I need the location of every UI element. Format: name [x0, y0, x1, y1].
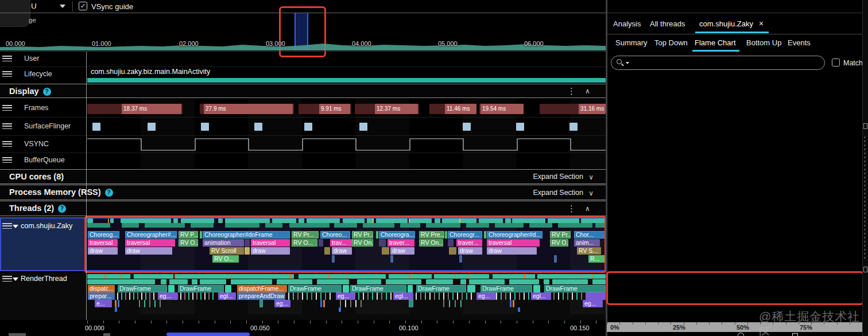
animation-chip[interactable]: animation [203, 239, 244, 247]
event-chip[interactable] [516, 123, 524, 131]
event-chip[interactable] [357, 279, 381, 284]
draw-chip[interactable]: draw [251, 247, 290, 255]
draw-chip[interactable]: draw [88, 247, 118, 255]
eg-chip[interactable]: eg... [476, 292, 496, 300]
cpu-dropdown-caret-icon[interactable] [60, 5, 65, 8]
drawframe-chip[interactable]: DrawFrame [350, 285, 406, 292]
event-chip[interactable] [299, 218, 304, 223]
event-chip[interactable] [145, 223, 185, 228]
event-chip[interactable] [161, 279, 166, 284]
lifecycle-row-grip-icon[interactable] [2, 71, 12, 77]
event-chip[interactable] [548, 218, 579, 223]
choreographer-chip[interactable]: Choreographer#... [125, 231, 177, 239]
traversal-chip[interactable]: traversal [251, 239, 290, 247]
event-chip[interactable] [467, 285, 475, 292]
event-chip[interactable] [339, 307, 341, 312]
tab-analysis[interactable]: Analysis [613, 19, 641, 28]
event-chip[interactable] [376, 218, 408, 223]
draw-chip[interactable]: draw [487, 247, 537, 255]
event-chip[interactable] [265, 223, 282, 228]
render-thread-grip-icon[interactable] [2, 276, 12, 282]
event-chip[interactable] [289, 223, 330, 228]
rv-o-chip[interactable]: RV O... [179, 239, 198, 247]
event-chip[interactable] [191, 223, 214, 228]
event-chip[interactable] [359, 123, 367, 131]
main-thread-grip-icon[interactable] [2, 223, 12, 229]
event-chip[interactable] [426, 223, 460, 228]
help-icon[interactable]: ? [58, 205, 66, 213]
main-thread-expand-caret-icon[interactable] [13, 225, 18, 228]
event-chip[interactable] [426, 279, 453, 284]
traversal-chip[interactable]: traversal [88, 239, 118, 247]
event-chip[interactable] [130, 274, 134, 279]
event-chip[interactable] [586, 292, 606, 300]
egl-chip[interactable]: egl... [218, 292, 236, 300]
event-chip[interactable] [529, 223, 552, 228]
event-chip[interactable] [225, 285, 231, 292]
render-thread-expand-caret-icon[interactable] [13, 278, 18, 281]
draw-chip[interactable]: draw [332, 247, 352, 255]
drawframe-chip[interactable]: DrawFrame [288, 285, 342, 292]
chor-chip[interactable]: Chor... [574, 231, 606, 239]
frames-row-label[interactable]: Frames [24, 104, 48, 112]
event-chip[interactable] [307, 218, 340, 223]
surfaceflinger-row-label[interactable]: SurfaceFlinger [24, 122, 71, 130]
drawframe-chip[interactable]: DrawFrame [480, 285, 532, 292]
tab-close-icon[interactable]: × [759, 19, 764, 28]
event-chip[interactable] [319, 239, 323, 247]
eg-chip[interactable]: eg... [158, 292, 178, 300]
dispatchframe-chip[interactable]: dispatchFrame... [237, 285, 287, 292]
event-chip[interactable] [592, 279, 606, 284]
event-chip[interactable] [409, 218, 410, 223]
main-thread-name[interactable]: com.shujiu.Zaky [21, 222, 72, 230]
event-chip[interactable] [513, 300, 514, 307]
event-chip[interactable] [460, 279, 466, 284]
choreogr-chip[interactable]: Choreogr... [448, 231, 482, 239]
event-chip[interactable] [400, 223, 420, 228]
search-input[interactable] [611, 56, 825, 70]
tab-bottom-up[interactable]: Bottom Up [746, 38, 781, 47]
event-chip[interactable] [87, 223, 110, 228]
event-chip[interactable] [479, 218, 503, 223]
event-chip[interactable] [115, 300, 117, 307]
event-chip[interactable] [408, 285, 413, 292]
event-chip[interactable] [505, 218, 511, 223]
event-chip[interactable] [323, 300, 325, 307]
user-row-label[interactable]: User [24, 54, 39, 62]
rv-pr-chip[interactable]: RV Pr... [550, 231, 571, 239]
18-37-ms-chip[interactable]: 18.37 ms [122, 104, 181, 114]
event-chip[interactable] [168, 285, 175, 292]
event-chip[interactable] [169, 279, 188, 284]
render-thread-name[interactable]: RenderThread [21, 275, 67, 283]
event-chip[interactable] [231, 274, 232, 279]
event-chip[interactable] [552, 279, 588, 284]
event-chip[interactable] [484, 231, 486, 239]
event-chip[interactable] [409, 274, 410, 279]
event-chip[interactable] [277, 279, 312, 284]
tab-summary[interactable]: Summary [615, 38, 648, 47]
draw-chip[interactable]: draw [125, 247, 172, 255]
19-54-ms-chip[interactable]: 19.54 ms [480, 104, 524, 114]
e-chip[interactable]: e... [95, 300, 112, 307]
event-chip[interactable] [294, 274, 299, 279]
trav-chip[interactable]: trav... [330, 239, 352, 247]
event-chip[interactable] [200, 279, 226, 284]
event-chip[interactable] [581, 218, 606, 223]
drawframe-chip[interactable]: DrawFrame [544, 285, 606, 292]
event-chip[interactable] [554, 255, 557, 263]
search-options-caret-icon[interactable] [626, 62, 629, 64]
lifecycle-event-bar[interactable] [87, 78, 606, 83]
dispatc-chip[interactable]: dispatc... [88, 285, 115, 292]
event-chip[interactable] [317, 279, 349, 284]
drawframe-chip[interactable]: DrawFrame [118, 285, 167, 292]
choreogra-chip[interactable]: Choreogra... [379, 231, 415, 239]
bufferqueue-row-label[interactable]: BufferQueue [24, 156, 65, 164]
rv-pr-chip[interactable]: RV Pr... [352, 231, 373, 239]
event-chip[interactable] [459, 255, 462, 263]
event-chip[interactable] [518, 307, 520, 312]
display-section-header[interactable]: Display? ⋮ ∧ [0, 84, 606, 98]
rv-o-chip[interactable]: RV O... [292, 239, 317, 247]
event-chip[interactable] [449, 247, 456, 255]
tab-flame-chart[interactable]: Flame Chart [695, 38, 736, 47]
choreo-chip[interactable]: Choreo... [320, 231, 350, 239]
